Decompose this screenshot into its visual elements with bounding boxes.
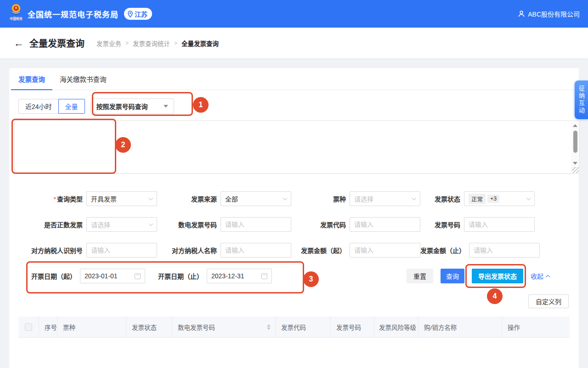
- column-header-invoice-number: 发票号码: [331, 316, 374, 337]
- field-label: 发票状态: [420, 194, 464, 203]
- search-button[interactable]: 查询: [441, 269, 464, 283]
- field-invoice-source: 发票来源 全部: [157, 191, 291, 206]
- company-name: ABC股份有限公司: [528, 9, 580, 18]
- form-row-3: 对方纳税人识别号 对方纳税人名称 发票金额（起） 发票金额（止）: [9, 243, 579, 258]
- back-button[interactable]: ←: [14, 38, 24, 48]
- amount-to-input[interactable]: [469, 243, 540, 258]
- form-row-1: *查询类型 开具发票 发票来源 全部 票种 请选择: [9, 191, 579, 206]
- invoice-source-select[interactable]: 全部: [220, 191, 291, 206]
- status-count-tag: +3: [487, 195, 499, 203]
- positive-invoice-select[interactable]: 请选择: [86, 217, 157, 232]
- form-actions: 重置 查询 导出发票状态 收起: [407, 269, 549, 283]
- query-type-select[interactable]: 开具发票: [86, 191, 157, 206]
- field-label: 开票日期（起）: [31, 271, 80, 281]
- account-menu[interactable]: ABC股份有限公司: [518, 9, 580, 18]
- invoice-type-select[interactable]: 请选择: [350, 191, 420, 206]
- column-header-operation: 操作: [502, 316, 570, 337]
- query-type-value: 开具发票: [91, 194, 117, 203]
- reset-button[interactable]: 重置: [407, 269, 433, 283]
- page-header: ← 全量发票查询 发票业务 > 发票查询统计 > 全量发票查询: [0, 28, 588, 58]
- textarea-scrollbar[interactable]: [571, 121, 579, 167]
- column-header-buyer-seller-name: 购/销方名称: [418, 316, 502, 337]
- field-counterparty-name: 对方纳税人名称: [157, 243, 291, 258]
- invoice-code-input[interactable]: [350, 217, 420, 232]
- resize-grip-icon[interactable]: [572, 167, 579, 173]
- last-24h-button[interactable]: 近24小时: [18, 99, 59, 114]
- query-mode-value: 按照发票号码查询: [96, 102, 148, 111]
- field-label: 开票日期（止）: [158, 271, 207, 281]
- topbar: 中国税务 全国统一规范电子税务局 江苏 ABC股份有限公司: [0, 0, 588, 28]
- collapse-link[interactable]: 收起: [531, 271, 549, 281]
- field-counterparty-taxid: 对方纳税人识别号: [28, 243, 157, 258]
- location-selector[interactable]: 江苏: [124, 8, 152, 20]
- field-label: 票种: [291, 194, 350, 203]
- tax-bureau-logo-icon: 中国税务: [8, 3, 24, 24]
- app-root: 中国税务 全国统一规范电子税务局 江苏 ABC股份有限公司 ← 全量发票查询 发…: [0, 0, 588, 368]
- chevron-down-icon: [149, 221, 153, 226]
- breadcrumb-separator: >: [125, 40, 129, 46]
- calendar-icon: [135, 273, 141, 279]
- app-title: 全国统一规范电子税务局: [28, 8, 119, 20]
- placeholder-text: 请选择: [91, 220, 110, 229]
- select-all-checkbox[interactable]: [25, 323, 32, 331]
- date-from-value: 2023-01-01: [85, 272, 118, 280]
- field-label: 对方纳税人名称: [157, 246, 220, 255]
- field-invoice-status: 发票状态 正常 +3: [420, 191, 535, 206]
- table-header-checkbox-cell: [18, 316, 39, 337]
- breadcrumb-item[interactable]: 发票业务: [96, 39, 121, 48]
- full-scope-button[interactable]: 全量: [58, 99, 85, 114]
- date-from-picker[interactable]: 2023-01-01: [80, 269, 145, 283]
- breadcrumb: 发票业务 > 发票查询统计 > 全量发票查询: [96, 39, 219, 48]
- column-header-invoice-code: 发票代码: [276, 316, 331, 337]
- field-label: 查询类型: [57, 196, 83, 203]
- field-digital-invoice-number: 数电发票号码: [157, 217, 291, 232]
- field-amount-from: 发票金额（起）: [291, 243, 420, 258]
- field-invoice-code: 发票代码: [291, 217, 420, 232]
- custom-columns-button[interactable]: 自定义列: [528, 294, 569, 308]
- query-mode-select[interactable]: 按照发票号码查询: [90, 98, 174, 114]
- counterparty-name-input[interactable]: [220, 243, 291, 258]
- location-pin-icon: [127, 11, 133, 17]
- field-label: 发票号码: [420, 220, 464, 229]
- status-tag: 正常: [469, 194, 486, 204]
- calendar-icon: [261, 273, 267, 279]
- tax-interaction-side-tab[interactable]: 征纳互动: [575, 80, 588, 119]
- placeholder-text: 请选择: [354, 194, 373, 203]
- amount-from-input[interactable]: [350, 243, 420, 258]
- column-header-risk-level: 发票风险等级: [374, 316, 418, 337]
- tab-bar: 发票查询 海关缴款书查询: [9, 68, 579, 90]
- breadcrumb-item[interactable]: 发票查询统计: [133, 39, 170, 48]
- main-panel: 发票查询 海关缴款书查询 近24小时 全量 按照发票号码查询 *查询类型: [9, 68, 579, 368]
- field-invoice-number: 发票号码: [420, 217, 535, 232]
- invoice-number-textarea[interactable]: [14, 121, 580, 174]
- field-positive-invoice: 是否正数发票 请选择: [28, 217, 157, 232]
- column-header-seq: 序号: [39, 316, 57, 337]
- chevron-down-icon: [283, 196, 288, 200]
- field-label: 发票金额（起）: [291, 246, 350, 255]
- digital-invoice-number-input[interactable]: [220, 217, 291, 232]
- export-invoice-status-button[interactable]: 导出发票状态: [472, 269, 523, 283]
- field-label: 是否正数发票: [28, 220, 86, 229]
- date-to-picker[interactable]: 2023-12-31: [207, 269, 272, 283]
- date-to-value: 2023-12-31: [211, 272, 244, 280]
- tab-customs-payment-query[interactable]: 海关缴款书查询: [52, 68, 114, 90]
- field-amount-to: 发票金额（止）: [420, 243, 535, 258]
- field-label: 发票代码: [291, 220, 350, 229]
- form-row-2: 是否正数发票 请选择 数电发票号码 发票代码 发票号码: [9, 217, 579, 232]
- sort-icon[interactable]: [267, 324, 271, 330]
- page-title: 全量发票查询: [29, 36, 85, 50]
- scrollbar-thumb[interactable]: [573, 131, 577, 153]
- form-row-dates: 开票日期（起） 2023-01-01 开票日期（止） 2023-12-31: [9, 269, 272, 283]
- field-label: 发票金额（止）: [420, 246, 469, 255]
- invoice-status-multiselect[interactable]: 正常 +3: [464, 191, 535, 206]
- chevron-down-icon: [164, 105, 168, 108]
- counterparty-taxid-input[interactable]: [86, 243, 157, 258]
- invoice-number-input[interactable]: [464, 217, 535, 232]
- scroll-up-icon[interactable]: [573, 124, 577, 127]
- tab-invoice-query[interactable]: 发票查询: [11, 68, 52, 90]
- user-icon: [518, 10, 525, 17]
- chevron-down-icon: [412, 196, 417, 200]
- chevron-down-icon: [526, 196, 531, 200]
- chevron-up-icon: [546, 275, 550, 279]
- scroll-down-icon[interactable]: [573, 162, 577, 165]
